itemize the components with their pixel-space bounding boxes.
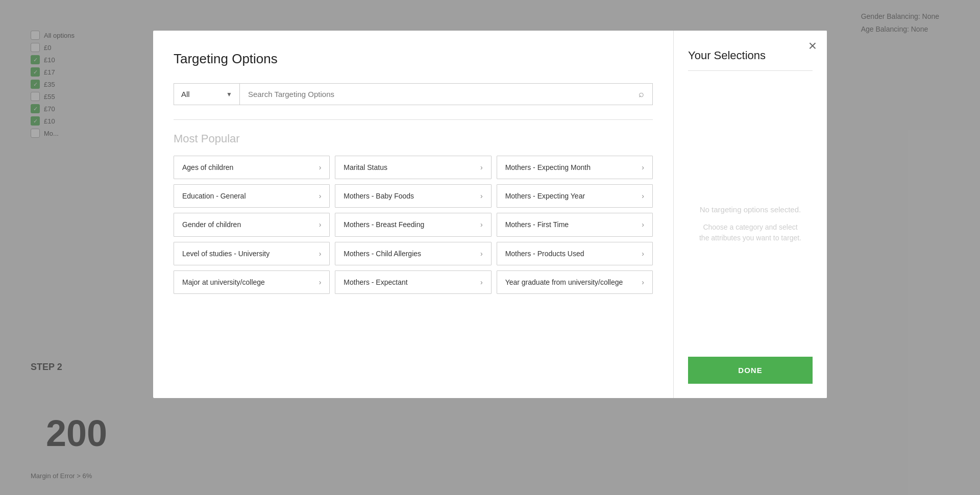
option-label: Mothers - Expectant: [344, 278, 476, 287]
option-btn[interactable]: Level of studies - University›: [174, 242, 330, 265]
modal-title: Targeting Options: [174, 51, 653, 67]
done-button[interactable]: DONE: [688, 357, 813, 384]
no-selections-main: No targeting options selected.: [700, 205, 801, 214]
filter-row: All ▼ ⌕: [174, 83, 653, 105]
option-label: Mothers - Expecting Month: [505, 163, 638, 172]
no-selections-area: No targeting options selected. Choose a …: [688, 91, 813, 357]
section-title: Most Popular: [174, 132, 653, 145]
option-label: Mothers - Expecting Year: [505, 191, 638, 201]
options-grid: Ages of children›Marital Status›Mothers …: [174, 156, 653, 294]
option-label: Gender of children: [182, 220, 315, 229]
option-label: Education - General: [182, 191, 315, 201]
option-btn[interactable]: Mothers - Products Used›: [497, 242, 653, 265]
search-icon: ⌕: [639, 89, 644, 100]
chevron-right-icon: ›: [319, 163, 322, 171]
chevron-right-icon: ›: [642, 220, 644, 229]
option-label: Major at university/college: [182, 278, 315, 287]
option-btn[interactable]: Mothers - Expecting Year›: [497, 184, 653, 208]
chevron-right-icon: ›: [480, 163, 483, 171]
chevron-right-icon: ›: [642, 163, 644, 171]
chevron-down-icon: ▼: [226, 91, 232, 98]
targeting-modal: × Targeting Options All ▼ ⌕ Most Popular: [153, 31, 827, 398]
search-box: ⌕: [240, 83, 653, 105]
option-btn[interactable]: Year graduate from university/college›: [497, 270, 653, 294]
chevron-right-icon: ›: [642, 250, 644, 258]
option-btn[interactable]: Major at university/college›: [174, 270, 330, 294]
chevron-right-icon: ›: [480, 220, 483, 229]
option-label: Marital Status: [344, 163, 476, 172]
chevron-right-icon: ›: [319, 220, 322, 229]
chevron-right-icon: ›: [480, 192, 483, 200]
option-label: Mothers - First Time: [505, 220, 638, 229]
option-label: Year graduate from university/college: [505, 278, 638, 287]
chevron-right-icon: ›: [319, 250, 322, 258]
option-label: Mothers - Baby Foods: [344, 191, 476, 201]
section-divider: [174, 119, 653, 120]
option-label: Level of studies - University: [182, 249, 315, 258]
chevron-right-icon: ›: [319, 192, 322, 200]
dropdown-value: All: [181, 90, 190, 98]
option-btn[interactable]: Mothers - Child Allergies›: [335, 242, 491, 265]
selections-divider: [688, 70, 813, 71]
chevron-right-icon: ›: [319, 278, 322, 286]
category-dropdown[interactable]: All ▼: [174, 83, 240, 105]
option-label: Mothers - Breast Feeding: [344, 220, 476, 229]
option-btn[interactable]: Mothers - Baby Foods›: [335, 184, 491, 208]
search-input[interactable]: [248, 90, 633, 98]
option-btn[interactable]: Mothers - Expectant›: [335, 270, 491, 294]
option-label: Mothers - Products Used: [505, 249, 638, 258]
chevron-right-icon: ›: [480, 250, 483, 258]
chevron-right-icon: ›: [642, 192, 644, 200]
option-label: Ages of children: [182, 163, 315, 172]
chevron-right-icon: ›: [642, 278, 644, 286]
option-btn[interactable]: Marital Status›: [335, 156, 491, 179]
modal-right-panel: Your Selections No targeting options sel…: [674, 31, 827, 398]
close-button[interactable]: ×: [808, 39, 817, 53]
option-btn[interactable]: Mothers - First Time›: [497, 213, 653, 236]
modal-overlay: × Targeting Options All ▼ ⌕ Most Popular: [0, 0, 980, 495]
option-btn[interactable]: Ages of children›: [174, 156, 330, 179]
no-selections-sub: Choose a category and select the attribu…: [698, 222, 802, 243]
option-label: Mothers - Child Allergies: [344, 249, 476, 258]
chevron-right-icon: ›: [480, 278, 483, 286]
option-btn[interactable]: Mothers - Expecting Month›: [497, 156, 653, 179]
selections-title: Your Selections: [688, 49, 813, 62]
option-btn[interactable]: Education - General›: [174, 184, 330, 208]
option-btn[interactable]: Gender of children›: [174, 213, 330, 236]
modal-left-panel: Targeting Options All ▼ ⌕ Most Popular A…: [153, 31, 674, 398]
option-btn[interactable]: Mothers - Breast Feeding›: [335, 213, 491, 236]
